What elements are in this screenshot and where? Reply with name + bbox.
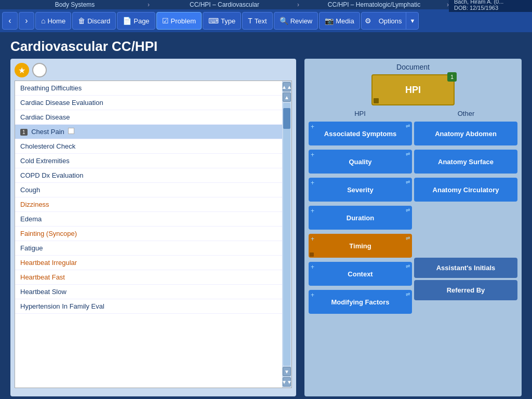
nav-hematologic[interactable]: CC/HPI – Hematologic/Lymphatic <box>299 0 449 9</box>
arrows-icon: ⇌ <box>406 179 410 185</box>
forward-button[interactable]: › <box>19 12 34 30</box>
corner-square <box>310 252 314 257</box>
list-item-selected[interactable]: 1 Chest Pain <box>15 125 282 139</box>
quality-button[interactable]: + Quality ⇌ <box>309 150 412 174</box>
patient-name: Bach, Hiram A. (0... <box>454 0 527 5</box>
hematologic-label: CC/HPI – Hematologic/Lymphatic <box>328 1 420 8</box>
left-panel: ★ Breathing Difficulties Cardiac Disease… <box>10 59 296 396</box>
list-item[interactable]: Cold Extremities <box>15 154 282 168</box>
top-navigation-bar: Body Systems CC/HPI – Cardiovascular CC/… <box>0 0 532 9</box>
empty-slot-2 <box>414 232 517 256</box>
options-button[interactable]: ⚙ Options ▼ <box>361 12 419 30</box>
other-col-header: Other <box>415 110 517 117</box>
scroll-top[interactable]: ▲ <box>283 92 291 102</box>
document-grid: + Associated Symptoms ⇌ + Quality ⇌ + Se… <box>309 122 517 316</box>
list-item[interactable]: Cough <box>15 183 282 197</box>
type-button[interactable]: ⌨ Type <box>203 12 241 30</box>
media-button[interactable]: 📷 Media <box>319 12 360 30</box>
list-item[interactable]: Cardiac Disease Evaluation <box>15 96 282 110</box>
star-button[interactable]: ★ <box>15 63 29 77</box>
nav-body-systems[interactable]: Body Systems <box>0 0 150 9</box>
type-icon: ⌨ <box>208 17 219 25</box>
scroll-bottom-bottom[interactable]: ▼▼ <box>283 377 291 387</box>
list-item[interactable]: Cardiac Disease <box>15 110 282 125</box>
other-column: Anatomy Abdomen Anatomy Surface Anatomy … <box>414 122 517 316</box>
right-panel: Document HPI 1 HPI Other + Associated Sy… <box>304 59 522 396</box>
item-number: 1 <box>20 129 28 136</box>
arrows-icon: ⇌ <box>406 235 410 241</box>
empty-slot-1 <box>414 206 517 230</box>
assistants-initials-button[interactable]: Assistant's Initials <box>414 258 517 278</box>
page-button[interactable]: 📄 Page <box>117 12 155 30</box>
plus-icon: + <box>311 235 314 243</box>
plus-icon: + <box>311 263 314 271</box>
referred-by-button[interactable]: Referred By <box>414 280 517 300</box>
list-item[interactable]: Cholesterol Check <box>15 139 282 154</box>
review-button[interactable]: 🔍 Review <box>274 12 318 30</box>
options-icon: ⚙ <box>362 17 375 25</box>
back-button[interactable]: ‹ <box>2 12 18 30</box>
plus-icon: + <box>311 179 314 187</box>
nav-cardiovascular[interactable]: CC/HPI – Cardiovascular <box>150 0 299 9</box>
plus-icon: + <box>311 151 314 158</box>
media-icon: 📷 <box>325 17 334 25</box>
anatomy-abdomen-button[interactable]: Anatomy Abdomen <box>414 122 517 145</box>
circle-button[interactable] <box>32 63 47 77</box>
text-button[interactable]: T Text <box>242 12 272 30</box>
list-item[interactable]: Dizziness <box>15 197 282 212</box>
arrows-icon: ⇌ <box>406 207 410 213</box>
scroll-track[interactable] <box>283 103 290 366</box>
discard-button[interactable]: 🗑 Discard <box>72 12 116 30</box>
context-button[interactable]: + Context ⇌ <box>309 262 412 286</box>
hpi-box-corner <box>374 98 379 103</box>
page-icon: 📄 <box>123 17 131 25</box>
list-item[interactable]: Fainting (Syncope) <box>15 227 282 241</box>
cardiovascular-label: CC/HPI – Cardiovascular <box>190 1 259 8</box>
list-item[interactable]: Breathing Difficulties <box>15 81 282 96</box>
plus-icon: + <box>311 207 314 215</box>
list-item[interactable]: Heartbeat Fast <box>15 270 282 285</box>
arrows-icon: ⇌ <box>406 291 410 297</box>
list-item[interactable]: Hypertension In Family Eval <box>15 299 282 314</box>
patient-info: Bach, Hiram A. (0... DOB: 12/15/1963 <box>449 0 532 12</box>
hpi-document-box[interactable]: HPI 1 <box>371 74 455 105</box>
panel-header: ★ <box>15 63 292 77</box>
text-icon: T <box>248 17 252 25</box>
discard-icon: 🗑 <box>78 17 85 25</box>
list-items[interactable]: Breathing Difficulties Cardiac Disease E… <box>15 81 282 388</box>
scrollbar[interactable]: ▲▲ ▲ ▼ ▼▼ <box>282 81 291 388</box>
hpi-thumbnail: HPI 1 <box>309 74 517 105</box>
page-title: Cardiovascular CC/HPI <box>0 32 532 59</box>
list-item[interactable]: Heartbeat Irregular <box>15 256 282 270</box>
scroll-thumb[interactable] <box>283 108 290 129</box>
hpi-col-header: HPI <box>309 110 411 117</box>
home-icon: ⌂ <box>41 17 45 25</box>
anatomy-circulatory-button[interactable]: Anatomy Circulatory <box>414 178 517 202</box>
list-item[interactable]: Heartbeat Slow <box>15 285 282 299</box>
hpi-box-label: HPI <box>405 85 421 96</box>
anatomy-surface-button[interactable]: Anatomy Surface <box>414 150 517 174</box>
associated-symptoms-button[interactable]: + Associated Symptoms ⇌ <box>309 122 412 145</box>
item-checkbox[interactable] <box>68 128 74 134</box>
severity-button[interactable]: + Severity ⇌ <box>309 178 412 202</box>
problem-icon: ☑ <box>162 17 169 25</box>
review-icon: 🔍 <box>280 17 288 25</box>
list-container: Breathing Difficulties Cardiac Disease E… <box>15 81 292 388</box>
list-item[interactable]: Fatigue <box>15 241 282 256</box>
arrows-icon: ⇌ <box>406 151 410 157</box>
toolbar: ‹ › ⌂ Home 🗑 Discard 📄 Page ☑ Problem ⌨ … <box>0 9 532 32</box>
plus-icon: + <box>311 291 314 299</box>
document-label: Document <box>309 63 517 71</box>
timing-button[interactable]: + Timing ⇌ <box>309 234 412 258</box>
problem-button[interactable]: ☑ Problem <box>156 12 202 30</box>
body-systems-label: Body Systems <box>55 1 95 8</box>
list-item[interactable]: Edema <box>15 212 282 227</box>
modifying-factors-button[interactable]: + Modifying Factors ⇌ <box>309 290 412 314</box>
list-item[interactable]: COPD Dx Evaluation <box>15 168 282 183</box>
hpi-badge: 1 <box>447 72 457 82</box>
duration-button[interactable]: + Duration ⇌ <box>309 206 412 230</box>
scroll-down[interactable]: ▼ <box>283 367 291 376</box>
options-dropdown-arrow[interactable]: ▼ <box>406 12 418 29</box>
home-button[interactable]: ⌂ Home <box>35 12 71 30</box>
scroll-top-top[interactable]: ▲▲ <box>283 82 291 91</box>
